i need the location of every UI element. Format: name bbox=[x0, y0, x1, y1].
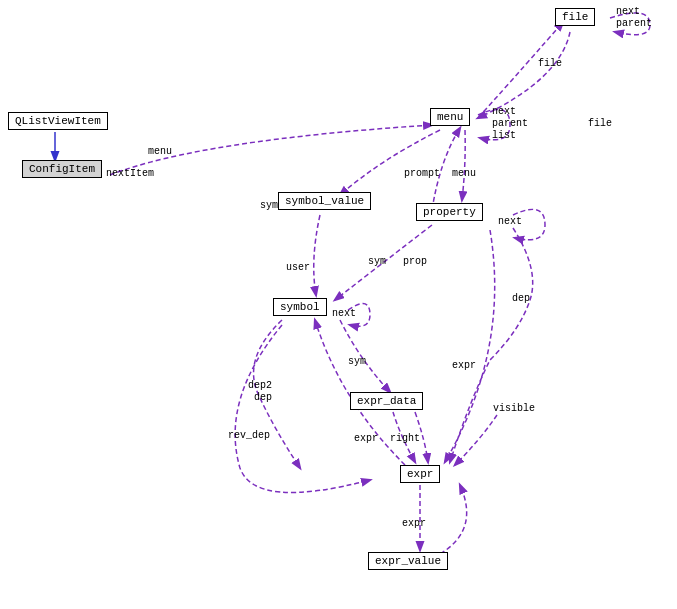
label-expr-1: expr bbox=[452, 360, 476, 371]
label-next-prop: next bbox=[498, 216, 522, 227]
node-symbol-value: symbol_value bbox=[278, 192, 371, 210]
label-menu-configitem: menu bbox=[148, 146, 172, 157]
label-prompt: prompt bbox=[404, 168, 440, 179]
diagram-container: file menu QListViewItem ConfigItem symbo… bbox=[0, 0, 677, 609]
node-property: property bbox=[416, 203, 483, 221]
label-sym-1: sym bbox=[260, 200, 278, 211]
label-expr-3: expr bbox=[402, 518, 426, 529]
label-nextitem: nextItem bbox=[106, 168, 154, 179]
label-prop: prop bbox=[403, 256, 427, 267]
label-menu-prop: menu bbox=[452, 168, 476, 179]
label-dep-2: dep bbox=[512, 293, 530, 304]
label-expr-2: expr bbox=[354, 433, 378, 444]
node-qlistviewitem: QListViewItem bbox=[8, 112, 108, 130]
label-file-2: file bbox=[588, 118, 612, 129]
label-parent-menu: parent bbox=[492, 118, 528, 129]
label-user: user bbox=[286, 262, 310, 273]
label-sym-2: sym bbox=[368, 256, 386, 267]
node-expr: expr bbox=[400, 465, 440, 483]
label-next-menu: next bbox=[492, 106, 516, 117]
label-visible: visible bbox=[493, 403, 535, 414]
node-file: file bbox=[555, 8, 595, 26]
label-parent-top: parent bbox=[616, 18, 652, 29]
node-expr-data: expr_data bbox=[350, 392, 423, 410]
diagram-svg bbox=[0, 0, 677, 609]
label-next-top: next bbox=[616, 6, 640, 17]
label-next-sym: next bbox=[332, 308, 356, 319]
node-menu: menu bbox=[430, 108, 470, 126]
label-rev-dep: rev_dep bbox=[228, 430, 270, 441]
node-configitem: ConfigItem bbox=[22, 160, 102, 178]
label-file-1: file bbox=[538, 58, 562, 69]
label-list-menu: list bbox=[492, 130, 516, 141]
label-sym-3: sym bbox=[348, 356, 366, 367]
label-dep2: dep2 bbox=[248, 380, 272, 391]
label-right: right bbox=[390, 433, 420, 444]
node-expr-value: expr_value bbox=[368, 552, 448, 570]
label-dep-1: dep bbox=[254, 392, 272, 403]
node-symbol: symbol bbox=[273, 298, 327, 316]
